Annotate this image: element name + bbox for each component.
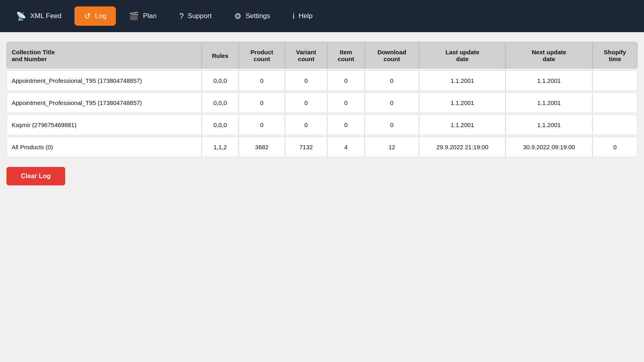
table-cell-row1-col8	[592, 93, 638, 113]
table-cell-row2-col0: Kaşmir (279675469881)	[6, 115, 202, 135]
table-cell-row3-col5: 12	[365, 137, 419, 157]
table-cell-row2-col3: 0	[285, 115, 327, 135]
main-content: Collection Titleand NumberRulesProductco…	[0, 32, 644, 193]
nav-item-plan[interactable]: 🎬Plan	[119, 6, 166, 26]
col-header-product-count: Productcount	[239, 42, 285, 69]
table-cell-row3-col3: 7132	[285, 137, 327, 157]
table-cell-row0-col4: 0	[327, 70, 365, 91]
table-cell-row0-col7: 1.1.2001	[506, 70, 592, 91]
table-cell-row1-col7: 1.1.2001	[506, 93, 592, 113]
plan-icon: 🎬	[129, 11, 139, 21]
table-cell-row2-col1: 0,0,0	[202, 115, 239, 135]
table-cell-row2-col4: 0	[327, 115, 365, 135]
col-header-next-update: Next updatedate	[506, 42, 592, 69]
col-header-variant-count: Variantcount	[285, 42, 327, 69]
navbar: 📡XML Feed↺Log🎬Plan?Support⚙SettingsiHelp	[0, 0, 644, 32]
support-icon: ?	[179, 12, 184, 21]
table-cell-row3-col7: 30.9.2022 09:19:00	[506, 137, 592, 157]
log-icon: ↺	[84, 11, 91, 21]
clear-log-button[interactable]: Clear Log	[6, 167, 65, 185]
table-cell-row0-col6: 1.1.2001	[419, 70, 506, 91]
col-header-collection-title: Collection Titleand Number	[6, 42, 202, 69]
nav-item-help[interactable]: iHelp	[283, 7, 322, 26]
xml-feed-icon: 📡	[16, 11, 26, 21]
col-header-rules: Rules	[202, 42, 239, 69]
col-header-download-count: Downloadcount	[365, 42, 419, 69]
table-body: Appointment_Professional_T95 (1738047488…	[6, 70, 638, 157]
nav-item-label-help: Help	[299, 12, 313, 20]
table-cell-row0-col8	[592, 70, 638, 91]
nav-item-support[interactable]: ?Support	[169, 7, 221, 26]
table-cell-row3-col0: All Products (0)	[6, 137, 202, 157]
nav-item-label-settings: Settings	[246, 12, 270, 20]
table-cell-row1-col2: 0	[239, 93, 285, 113]
table-cell-row0-col0: Appointment_Professional_T95 (1738047488…	[6, 70, 202, 91]
log-table-wrapper: Collection Titleand NumberRulesProductco…	[6, 40, 638, 159]
nav-item-settings[interactable]: ⚙Settings	[225, 6, 280, 26]
nav-item-label-plan: Plan	[143, 12, 157, 20]
nav-item-xml-feed[interactable]: 📡XML Feed	[6, 6, 71, 26]
table-cell-row3-col8: 0	[592, 137, 638, 157]
table-cell-row2-col7: 1.1.2001	[506, 115, 592, 135]
table-row: All Products (0)1,1,23682713241229.9.202…	[6, 137, 638, 157]
table-cell-row0-col5: 0	[365, 70, 419, 91]
table-cell-row2-col6: 1.1.2001	[419, 115, 506, 135]
table-cell-row1-col6: 1.1.2001	[419, 93, 506, 113]
table-cell-row2-col2: 0	[239, 115, 285, 135]
table-cell-row1-col5: 0	[365, 93, 419, 113]
table-cell-row0-col2: 0	[239, 70, 285, 91]
table-row: Kaşmir (279675469881)0,0,000001.1.20011.…	[6, 115, 638, 135]
table-cell-row3-col4: 4	[327, 137, 365, 157]
table-cell-row1-col4: 0	[327, 93, 365, 113]
table-cell-row3-col6: 29.9.2022 21:19:00	[419, 137, 506, 157]
table-cell-row0-col3: 0	[285, 70, 327, 91]
table-cell-row3-col1: 1,1,2	[202, 137, 239, 157]
table-cell-row2-col5: 0	[365, 115, 419, 135]
table-cell-row3-col2: 3682	[239, 137, 285, 157]
nav-item-label-xml-feed: XML Feed	[30, 12, 62, 20]
table-cell-row1-col3: 0	[285, 93, 327, 113]
nav-item-label-log: Log	[95, 12, 106, 20]
table-cell-row0-col1: 0,0,0	[202, 70, 239, 91]
nav-item-label-support: Support	[188, 12, 212, 20]
settings-icon: ⚙	[234, 11, 242, 21]
table-cell-row2-col8	[592, 115, 638, 135]
table-cell-row1-col0: Appointment_Professional_T95 (1738047488…	[6, 93, 202, 113]
col-header-item-count: Itemcount	[327, 42, 365, 69]
col-header-last-update: Last updatedate	[419, 42, 506, 69]
table-cell-row1-col1: 0,0,0	[202, 93, 239, 113]
help-icon: i	[293, 12, 294, 21]
table-header: Collection Titleand NumberRulesProductco…	[6, 42, 638, 69]
col-header-shopify-time: Shopifytime	[592, 42, 638, 69]
log-table: Collection Titleand NumberRulesProductco…	[6, 40, 638, 159]
table-row: Appointment_Professional_T95 (1738047488…	[6, 70, 638, 91]
nav-item-log[interactable]: ↺Log	[74, 6, 116, 26]
table-row: Appointment_Professional_T95 (1738047488…	[6, 93, 638, 113]
